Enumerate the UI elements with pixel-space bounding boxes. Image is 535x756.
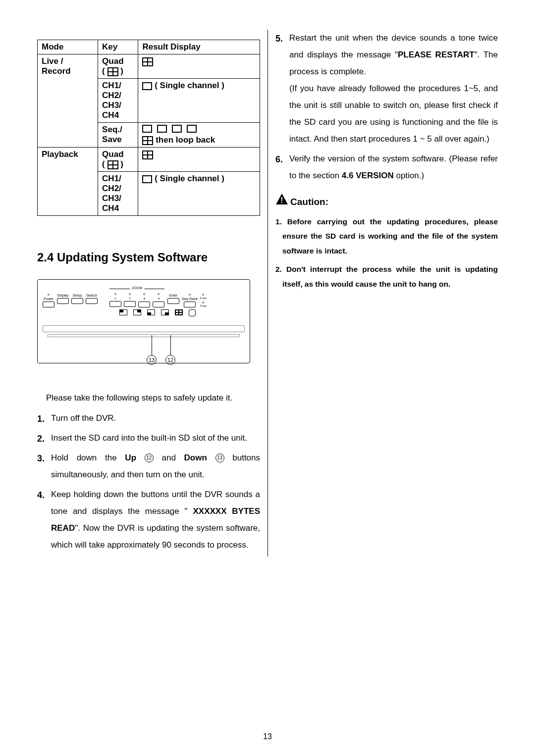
ch4-quadrant-icon: [161, 309, 169, 315]
mode-key-table: Mode Key Result Display Live / Record Qu…: [37, 40, 260, 216]
intro-text: Please take the following steps to safel…: [37, 393, 260, 403]
step-text: Turn off the DVR.: [51, 413, 116, 423]
th-result: Result Display: [138, 40, 260, 54]
step6-post: option.): [394, 171, 424, 180]
callout-13-inline: 13: [215, 454, 224, 462]
cell-ch-keys: CH1/ CH2/ CH3/ CH4: [98, 79, 138, 123]
btn-display-label: Display: [57, 294, 69, 297]
btn-power-label: Power: [44, 297, 54, 301]
seq-label: Seq./: [102, 125, 122, 134]
enter-label: Enter: [169, 294, 178, 297]
seq-save-button[interactable]: [184, 302, 196, 307]
paren-close: ): [120, 159, 123, 169]
seq-icons-row: [142, 125, 197, 133]
paren-close: ): [120, 66, 123, 76]
paren-open: (: [102, 66, 105, 76]
caution-heading: ! Caution:: [275, 193, 498, 207]
zoom-left-label: <: [114, 297, 116, 300]
search-button[interactable]: [86, 298, 98, 304]
zoom-group-label: ZOOM: [130, 286, 144, 290]
caution-list: 1. Before carrying out the updating proc…: [275, 214, 498, 291]
seqsave-label: Seq./Save: [182, 297, 198, 301]
arec-label: A.rec: [200, 297, 207, 300]
step3-mid: and: [161, 453, 184, 462]
cell-quad-key: Quad ( ): [98, 54, 138, 79]
enter-button[interactable]: [167, 298, 179, 304]
callout-12: 12: [165, 355, 175, 365]
step-num: 5.: [275, 30, 283, 48]
pb-ch3: CH3/: [102, 194, 121, 203]
trec-label: T-rec: [200, 304, 207, 307]
btn-search-label: Search: [86, 294, 97, 297]
zoom-right-button[interactable]: [124, 301, 136, 307]
cell-single-result: ( Single channel ): [138, 79, 260, 123]
two-column-layout: Mode Key Result Display Live / Record Qu…: [37, 30, 498, 556]
page-number: 13: [0, 732, 535, 741]
display-button[interactable]: [57, 298, 69, 304]
cell-pb-quad-key: Quad ( ): [98, 148, 138, 172]
power-button[interactable]: [43, 302, 54, 307]
zoom-up-button[interactable]: [153, 302, 164, 307]
ch4: CH4: [102, 110, 119, 120]
single-channel-icon: [142, 175, 152, 183]
single-channel-icon: [172, 125, 182, 133]
step6-bold: 4.6 VERSION: [342, 171, 394, 180]
ch1-quadrant-icon: [119, 309, 127, 315]
caution-2: 2. Don't interrupt the process while the…: [275, 262, 498, 291]
pb-ch1: CH1/: [102, 174, 121, 183]
led-icon: [143, 293, 145, 295]
step-6: 6. Verify the version of the system soft…: [275, 151, 498, 184]
sd-card-icon: [189, 309, 196, 316]
zoom-down-button[interactable]: [138, 302, 150, 307]
record-label: Record: [42, 66, 71, 76]
cell-seq-result: then loop back: [138, 123, 260, 148]
cell-seq-key: Seq./ Save: [98, 123, 138, 148]
cell-pb-single-result: ( Single channel ): [138, 172, 260, 216]
warning-triangle-icon: !: [275, 193, 288, 205]
step-text: Insert the SD card into the built-in SD …: [51, 433, 247, 443]
power-led-icon: [48, 294, 50, 296]
pb-single-label: ( Single channel ): [155, 174, 224, 183]
playback-label: Playback: [42, 150, 78, 159]
zoom-left-button[interactable]: [109, 301, 121, 307]
step-5: 5. Restart the unit when the device soun…: [275, 30, 498, 148]
quad-grid-icon: [142, 57, 153, 66]
setup-button[interactable]: [71, 298, 83, 304]
pb-quad: Quad: [102, 150, 123, 159]
left-column: Mode Key Result Display Live / Record Qu…: [37, 30, 268, 556]
caution-1: 1. Before carrying out the updating proc…: [275, 214, 498, 258]
callout-12-inline: 12: [145, 454, 154, 462]
ch3-quadrant-icon: [147, 309, 155, 315]
right-column: 5. Restart the unit when the device soun…: [268, 30, 498, 556]
quad-grid-icon: [107, 67, 118, 76]
step-num: 4.: [37, 486, 45, 504]
step5-bold: PLEASE RESTART: [398, 50, 475, 59]
cell-playback: Playback: [38, 148, 98, 216]
cell-pb-ch-keys: CH1/ CH2/ CH3/ CH4: [98, 172, 138, 216]
step5-para2: (If you have already followed the proced…: [289, 84, 498, 144]
step-1: 1.Turn off the DVR.: [37, 410, 260, 427]
step-2: 2.Insert the SD card into the built-in S…: [37, 430, 260, 447]
svg-text:!: !: [280, 196, 283, 204]
step-num: 3.: [37, 450, 45, 467]
loop-label: then loop back: [156, 135, 215, 145]
th-mode: Mode: [38, 40, 98, 54]
th-key: Key: [98, 40, 138, 54]
quad-grid-icon: [107, 160, 118, 169]
ch1: CH1/: [102, 81, 121, 90]
led-icon: [189, 294, 191, 296]
quad-grid-icon: [175, 309, 183, 315]
ch2: CH2/: [102, 91, 121, 100]
quad-grid-icon: [142, 136, 153, 145]
led-icon: [158, 293, 160, 295]
arec-led-icon: [202, 294, 204, 296]
step-num: 2.: [37, 430, 45, 448]
front-panel-diagram: Power Display Setup Search ZOOM < > ∨ ∧ …: [37, 279, 250, 363]
zoom-right-label: >: [129, 297, 131, 300]
slot-icon: [48, 334, 240, 337]
caution-label: Caution:: [290, 197, 328, 207]
single-label: ( Single channel ): [155, 81, 224, 90]
quad-label: Quad: [102, 56, 123, 66]
single-channel-icon: [187, 125, 197, 133]
single-channel-icon: [142, 82, 152, 90]
